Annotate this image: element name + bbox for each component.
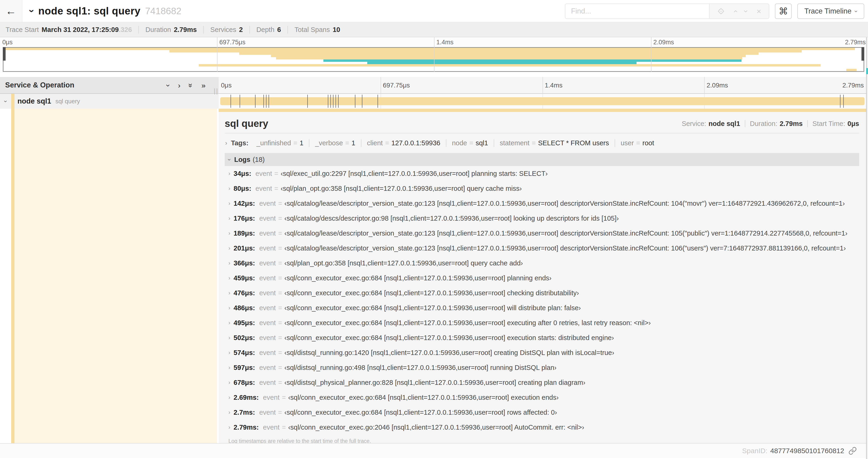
tag-item: client = 127.0.0.1:59936: [361, 139, 446, 147]
logs-collapse-chevron-icon[interactable]: ›: [226, 159, 233, 161]
tag-item: statement = SELECT * FROM users: [494, 139, 615, 147]
log-message: ‹sql/catalog/descs/descriptor.go:98 [nsq…: [284, 215, 619, 222]
duration-stat-value: 2.79ms: [780, 120, 802, 128]
scrollbar-track[interactable]: [866, 37, 868, 459]
log-message: ‹sql/exec_util.go:2297 [nsql1,client=127…: [281, 170, 548, 177]
log-row[interactable]: › 678μs: event = ‹sql/distsql_physical_p…: [225, 375, 859, 390]
trace-info-label: Duration: [145, 26, 171, 34]
log-marker: [840, 95, 840, 108]
span-row-service[interactable]: › node sql1 sql query: [0, 94, 219, 109]
back-button[interactable]: ←: [0, 0, 22, 22]
log-equals: =: [278, 408, 282, 416]
find-input[interactable]: [565, 3, 710, 19]
log-marker: [240, 95, 240, 108]
ruler-tick-label: 1.4ms: [542, 77, 563, 94]
collapse-all-icon[interactable]: »: [187, 83, 195, 88]
log-row[interactable]: › 2.7ms: event = ‹sql/conn_executor_exec…: [225, 405, 859, 420]
gridline: [434, 37, 434, 72]
log-row[interactable]: › 486μs: event = ‹sql/conn_executor_exec…: [225, 300, 859, 315]
log-expand-chevron-icon[interactable]: ›: [228, 290, 230, 296]
log-expand-chevron-icon[interactable]: ›: [228, 230, 230, 236]
log-message: ‹sql/conn_executor_exec.go:684 [nsql1,cl…: [284, 334, 614, 342]
chevron-down-icon: ›: [852, 10, 860, 12]
log-row[interactable]: › 201μs: event = ‹sql/catalog/lease/desc…: [225, 241, 859, 256]
log-row[interactable]: › 502μs: event = ‹sql/conn_executor_exec…: [225, 330, 859, 345]
expand-one-icon[interactable]: ›: [178, 81, 181, 90]
log-equals: =: [282, 424, 286, 431]
trace-info-value: 6: [277, 26, 281, 34]
minimap-canvas[interactable]: [3, 47, 864, 72]
log-event-key: event: [259, 319, 276, 327]
column-resize-handle[interactable]: ||: [214, 87, 219, 95]
timeline-minimap: 0μs 697.75μs 1.4ms 2.09ms: [0, 37, 868, 73]
log-expand-chevron-icon[interactable]: ›: [228, 245, 230, 252]
log-row[interactable]: › 495μs: event = ‹sql/conn_executor_exec…: [225, 315, 859, 330]
expand-all-icon[interactable]: »: [202, 81, 206, 90]
span-id-bar: SpanID: 4877749850101760812: [0, 443, 868, 458]
log-equals: =: [274, 170, 278, 177]
gridline: [217, 37, 217, 72]
log-event-key: event: [255, 170, 272, 177]
find-prev-icon[interactable]: ›: [730, 10, 739, 12]
tag-key: statement: [500, 139, 529, 147]
log-expand-chevron-icon[interactable]: ›: [228, 424, 230, 431]
logs-header[interactable]: › Logs (18): [225, 153, 859, 166]
log-timestamp: 2.7ms:: [234, 408, 255, 416]
log-equals: =: [278, 200, 282, 207]
log-expand-chevron-icon[interactable]: ›: [228, 215, 230, 222]
timeline-ruler: 0μs 697.75μs 1.4ms 2.09ms 2.79ms: [219, 77, 866, 94]
locate-icon[interactable]: [717, 7, 725, 15]
trace-timeline-view-button[interactable]: Trace Timeline ›: [797, 3, 864, 19]
top-bar: ← › node sql1: sql query 7418682 › › × ⌘…: [0, 0, 868, 22]
deep-link-icon[interactable]: [848, 447, 857, 455]
tag-key: _unfinished: [256, 139, 291, 147]
log-message: ‹sql/catalog/lease/descriptor_version_st…: [284, 200, 845, 207]
span-collapse-chevron-icon[interactable]: ›: [2, 100, 9, 102]
log-row[interactable]: › 459μs: event = ‹sql/conn_executor_exec…: [225, 270, 859, 286]
tags-expand-chevron-icon[interactable]: ›: [225, 139, 227, 147]
collapse-trace-chevron-icon[interactable]: ›: [26, 9, 37, 12]
span-stats: Service:node sql1 Duration:2.79ms Start …: [682, 120, 859, 128]
log-expand-chevron-icon[interactable]: ›: [228, 409, 230, 416]
log-event-key: event: [259, 349, 276, 357]
log-expand-chevron-icon[interactable]: ›: [228, 320, 230, 326]
log-marker: [255, 95, 255, 108]
tag-value: sql1: [475, 139, 488, 147]
log-marker: [362, 95, 362, 108]
log-row[interactable]: › 597μs: event = ‹sql/distsql_running.go…: [225, 360, 859, 375]
log-row[interactable]: › 476μs: event = ‹sql/conn_executor_exec…: [225, 286, 859, 300]
log-equals: =: [278, 230, 282, 237]
minimap-span-bar: [199, 64, 820, 66]
collapse-one-icon[interactable]: ›: [164, 84, 173, 87]
log-expand-chevron-icon[interactable]: ›: [228, 260, 230, 266]
log-row[interactable]: › 2.79ms: event = ‹sql/conn_executor_exe…: [225, 420, 859, 435]
log-expand-chevron-icon[interactable]: ›: [228, 185, 230, 192]
log-timestamp: 597μs:: [234, 364, 255, 371]
log-expand-chevron-icon[interactable]: ›: [228, 200, 230, 207]
keyboard-shortcuts-button[interactable]: ⌘: [775, 3, 792, 19]
log-row[interactable]: › 2.69ms: event = ‹sql/conn_executor_exe…: [225, 390, 859, 405]
log-event-key: event: [259, 408, 276, 416]
divider: [225, 133, 859, 133]
tags-row[interactable]: › Tags: _unfinished = 1 _verbose = 1: [225, 138, 859, 148]
log-expand-chevron-icon[interactable]: ›: [228, 379, 230, 386]
log-row[interactable]: › 34μs: event = ‹sql/exec_util.go:2297 […: [225, 166, 859, 181]
log-expand-chevron-icon[interactable]: ›: [228, 364, 230, 371]
log-expand-chevron-icon[interactable]: ›: [228, 394, 230, 401]
log-row[interactable]: › 142μs: event = ‹sql/catalog/lease/desc…: [225, 196, 859, 211]
minimap-ruler-tick: 2.79ms: [845, 37, 868, 72]
log-row[interactable]: › 176μs: event = ‹sql/catalog/descs/desc…: [225, 211, 859, 226]
log-expand-chevron-icon[interactable]: ›: [228, 170, 230, 177]
log-expand-chevron-icon[interactable]: ›: [228, 334, 230, 341]
span-row-timeline: 0μs 697.75μs 1.4ms 2.09ms 2.79ms: [219, 94, 866, 109]
log-row[interactable]: › 189μs: event = ‹sql/catalog/lease/desc…: [225, 226, 859, 241]
find-next-icon[interactable]: ›: [742, 10, 751, 12]
log-expand-chevron-icon[interactable]: ›: [228, 349, 230, 356]
span-duration-bar[interactable]: [220, 97, 865, 105]
log-row[interactable]: › 80μs: event = ‹sql/plan_opt.go:358 [ns…: [225, 181, 859, 196]
log-expand-chevron-icon[interactable]: ›: [228, 275, 230, 281]
log-row[interactable]: › 366μs: event = ‹sql/plan_opt.go:358 [n…: [225, 256, 859, 270]
find-clear-icon[interactable]: ×: [757, 7, 762, 16]
log-expand-chevron-icon[interactable]: ›: [228, 305, 230, 311]
log-row[interactable]: › 574μs: event = ‹sql/distsql_running.go…: [225, 345, 859, 360]
